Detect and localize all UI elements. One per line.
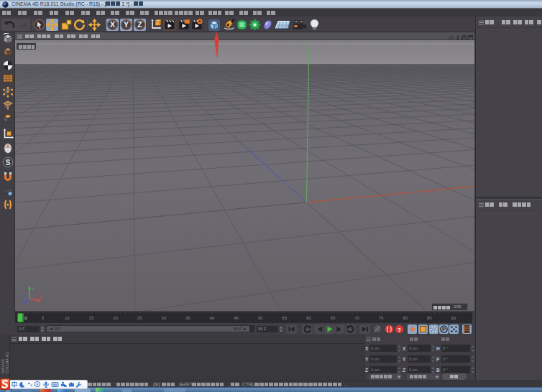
svg-text:15: 15 <box>89 316 94 320</box>
svg-text:40: 40 <box>210 316 215 320</box>
svg-text:10: 10 <box>65 316 70 320</box>
svg-text:Y: Y <box>124 20 129 29</box>
svg-text:X: X <box>40 294 42 299</box>
svg-text:75: 75 <box>379 316 384 320</box>
svg-text:90: 90 <box>451 316 456 320</box>
svg-text:?: ? <box>398 326 401 332</box>
svg-text:Z: Z <box>22 294 24 299</box>
svg-text:S: S <box>6 159 11 167</box>
svg-text:35: 35 <box>185 316 190 320</box>
svg-text:20: 20 <box>113 316 118 320</box>
svg-text:Z: Z <box>137 20 142 29</box>
svg-text:e: e <box>9 191 12 196</box>
svg-text:X: X <box>110 20 115 29</box>
svg-text:P: P <box>442 326 446 332</box>
svg-text:65: 65 <box>331 316 336 320</box>
svg-text:70: 70 <box>354 316 359 320</box>
svg-text:30: 30 <box>161 316 166 320</box>
svg-text:0: 0 <box>24 316 27 320</box>
svg-text:85: 85 <box>427 316 432 320</box>
svg-text:Y: Y <box>32 286 35 291</box>
svg-text:80: 80 <box>403 316 408 320</box>
svg-text:60: 60 <box>306 316 311 320</box>
svg-text:55: 55 <box>282 316 287 320</box>
svg-text:50: 50 <box>258 316 263 320</box>
svg-text:25: 25 <box>137 316 142 320</box>
svg-text:5: 5 <box>42 316 45 320</box>
svg-text:45: 45 <box>234 316 239 320</box>
